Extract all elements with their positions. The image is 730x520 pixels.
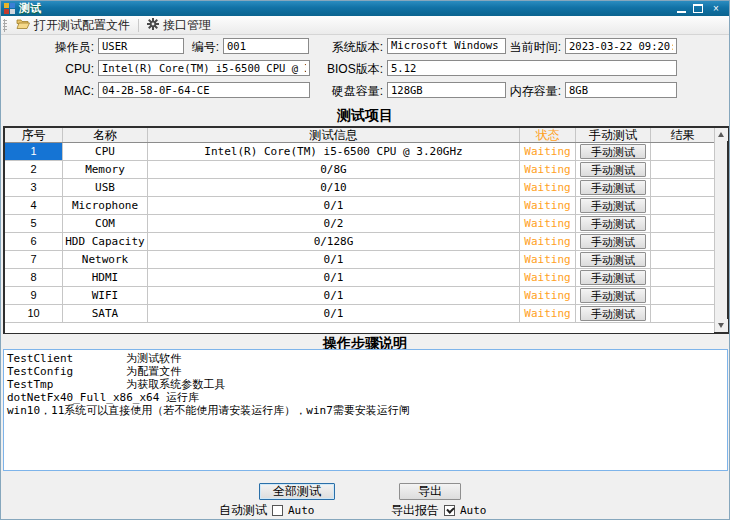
table-row[interactable]: 1 CPU Intel(R) Core(TM) i5-6500 CPU @ 3.… — [5, 143, 714, 161]
open-config-button[interactable]: 打开测试配置文件 — [11, 17, 135, 34]
table-body: 1 CPU Intel(R) Core(TM) i5-6500 CPU @ 3.… — [5, 143, 714, 323]
status-badge: Waiting — [520, 143, 576, 160]
cell-name: HDMI — [63, 269, 148, 286]
cell-name: Microphone — [63, 197, 148, 214]
cell-info: 0/8G — [148, 161, 520, 178]
cell-info: 0/1 — [148, 197, 520, 214]
cell-manual: 手动测试 — [576, 179, 651, 196]
cell-no[interactable]: 10 — [5, 305, 63, 322]
table-row[interactable]: 3 USB 0/10 Waiting 手动测试 — [5, 179, 714, 197]
cell-name: WIFI — [63, 287, 148, 304]
bios-input[interactable] — [387, 60, 677, 76]
export-report-checkbox[interactable] — [444, 505, 455, 516]
cell-name: USB — [63, 179, 148, 196]
mac-input[interactable] — [98, 82, 310, 98]
table-row[interactable]: 8 HDMI 0/1 Waiting 手动测试 — [5, 269, 714, 287]
cell-no[interactable]: 7 — [5, 251, 63, 268]
cell-manual: 手动测试 — [576, 197, 651, 214]
header-manual: 手动测试 — [576, 128, 651, 142]
cell-no[interactable]: 5 — [5, 215, 63, 232]
header-name: 名称 — [63, 128, 148, 142]
table-row[interactable]: 5 COM 0/2 Waiting 手动测试 — [5, 215, 714, 233]
time-input[interactable] — [565, 38, 677, 54]
status-badge: Waiting — [520, 197, 576, 214]
cell-manual: 手动测试 — [576, 251, 651, 268]
hdd-label: 硬盘容量: — [321, 83, 383, 99]
app-icon — [4, 3, 15, 14]
cell-no[interactable]: 9 — [5, 287, 63, 304]
cell-name: Memory — [63, 161, 148, 178]
time-label: 当前时间: — [499, 39, 561, 55]
table-row[interactable]: 2 Memory 0/8G Waiting 手动测试 — [5, 161, 714, 179]
cell-info: 0/1 — [148, 305, 520, 322]
cell-no[interactable]: 4 — [5, 197, 63, 214]
table-header: 序号 名称 测试信息 状态 手动测试 结果 — [5, 128, 714, 143]
cell-no[interactable]: 1 — [5, 143, 63, 160]
status-badge: Waiting — [520, 179, 576, 196]
hdd-input[interactable] — [387, 82, 506, 98]
manual-test-button[interactable]: 手动测试 — [580, 162, 646, 177]
auto-test-checkbox-label: Auto — [288, 504, 315, 517]
cell-info: 0/2 — [148, 215, 520, 232]
table-row[interactable]: 6 HDD Capacity 0/128G Waiting 手动测试 — [5, 233, 714, 251]
cell-result — [651, 305, 714, 322]
manual-test-button[interactable]: 手动测试 — [580, 270, 646, 285]
manual-test-button[interactable]: 手动测试 — [580, 288, 646, 303]
manual-test-button[interactable]: 手动测试 — [580, 180, 646, 195]
test-all-button[interactable]: 全部测试 — [259, 483, 335, 500]
status-badge: Waiting — [520, 215, 576, 232]
cell-no[interactable]: 3 — [5, 179, 63, 196]
manual-test-button[interactable]: 手动测试 — [580, 216, 646, 231]
status-badge: Waiting — [520, 287, 576, 304]
folder-icon — [16, 18, 30, 33]
cell-info: 0/1 — [148, 287, 520, 304]
header-no: 序号 — [5, 128, 63, 142]
manual-test-button[interactable]: 手动测试 — [580, 144, 646, 159]
auto-test-checkbox[interactable] — [272, 505, 283, 516]
manual-test-button[interactable]: 手动测试 — [580, 306, 646, 321]
os-input[interactable] — [387, 38, 506, 54]
toolbar: 打开测试配置文件 接口管理 — [1, 16, 729, 35]
interface-mgmt-label: 接口管理 — [163, 17, 211, 34]
cell-result — [651, 287, 714, 304]
cell-no[interactable]: 6 — [5, 233, 63, 250]
steps-textarea[interactable]: TestClient 为测试软件 TestConfig 为配置文件 TestTm… — [3, 349, 728, 471]
export-report-checkbox-label: Auto — [460, 504, 487, 517]
header-result: 结果 — [651, 128, 714, 142]
table-row[interactable]: 4 Microphone 0/1 Waiting 手动测试 — [5, 197, 714, 215]
export-report-label: 导出报告 — [391, 502, 439, 519]
export-button[interactable]: 导出 — [399, 483, 461, 500]
cell-info: Intel(R) Core(TM) i5-6500 CPU @ 3.20GHz — [148, 143, 520, 160]
table-row[interactable]: 7 Network 0/1 Waiting 手动测试 — [5, 251, 714, 269]
table-row[interactable]: 10 SATA 0/1 Waiting 手动测试 — [5, 305, 714, 323]
number-input[interactable] — [223, 38, 309, 54]
status-badge: Waiting — [520, 251, 576, 268]
cell-result — [651, 215, 714, 232]
cell-info: 0/1 — [148, 251, 520, 268]
scroll-down-icon[interactable] — [715, 319, 728, 332]
cell-manual: 手动测试 — [576, 305, 651, 322]
cell-name: Network — [63, 251, 148, 268]
cell-result — [651, 161, 714, 178]
minimize-icon[interactable] — [677, 5, 686, 13]
ram-input[interactable] — [565, 82, 677, 98]
cell-no[interactable]: 8 — [5, 269, 63, 286]
cell-manual: 手动测试 — [576, 161, 651, 178]
table-row[interactable]: 9 WIFI 0/1 Waiting 手动测试 — [5, 287, 714, 305]
maximize-icon[interactable] — [693, 4, 703, 13]
cell-result — [651, 143, 714, 160]
interface-mgmt-button[interactable]: 接口管理 — [142, 17, 216, 34]
table-scrollbar[interactable] — [714, 128, 727, 332]
cell-info: 0/128G — [148, 233, 520, 250]
manual-test-button[interactable]: 手动测试 — [580, 234, 646, 249]
open-config-label: 打开测试配置文件 — [34, 17, 130, 34]
operator-label: 操作员: — [21, 39, 94, 55]
cpu-input[interactable] — [98, 60, 310, 76]
operator-input[interactable] — [98, 38, 184, 54]
close-icon[interactable]: × — [710, 4, 722, 14]
scroll-up-icon[interactable] — [715, 128, 728, 141]
manual-test-button[interactable]: 手动测试 — [580, 198, 646, 213]
manual-test-button[interactable]: 手动测试 — [580, 252, 646, 267]
cell-no[interactable]: 2 — [5, 161, 63, 178]
auto-test-label: 自动测试 — [219, 502, 267, 519]
